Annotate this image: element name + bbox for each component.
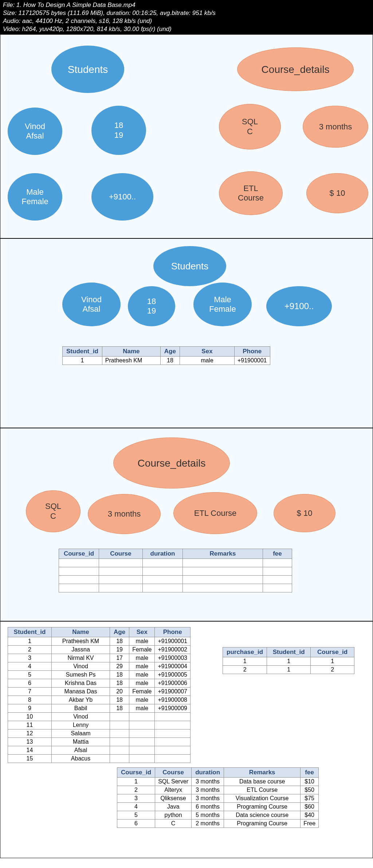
courses-table: Course_idCoursedurationRemarksfee1SQL Se…	[117, 767, 319, 828]
table-row: 10Vinod	[8, 713, 191, 721]
p2-bubble-phone: +9100..	[266, 286, 332, 326]
table-row: 3Qliksense3 monthsVisualization Course$7…	[117, 794, 319, 803]
p3-bubble-etl: ETL Course	[173, 492, 257, 534]
p2-bubble-students: Students	[153, 246, 226, 286]
th-course-id: Course_id	[59, 549, 99, 559]
table-row: 7Manasa Das20Female+91900007	[8, 688, 191, 696]
bubble-names: Vinod Afsal	[8, 108, 62, 155]
table-row: 14Afsal	[8, 746, 191, 755]
table-row: 11Lenny	[8, 721, 191, 729]
table-row: 12Salaam	[8, 729, 191, 738]
students-table-mini: Student_id Name Age Sex Phone 1 Prathees…	[62, 346, 270, 365]
bubble-duration: 3 months	[303, 106, 368, 148]
bubble-etl: ETL Course	[219, 171, 283, 215]
table-row: 13Mattia	[8, 738, 191, 746]
audio-line: Audio: aac, 44100 Hz, 2 channels, s16, 1…	[3, 17, 370, 25]
table-row: 3Nirmal KV17male+91900003	[8, 654, 191, 662]
p3-bubble-course-details: Course_details	[113, 437, 230, 489]
th-age: Age	[160, 347, 180, 357]
th-sex: Sex	[180, 347, 234, 357]
table-row: 212	[223, 666, 354, 674]
table-row: 6Krishna Das18male+91900006	[8, 679, 191, 688]
panel-4: Student_idNameAgeSexPhone1Pratheesh KM18…	[0, 621, 373, 858]
course-table-empty: Course_id Course duration Remarks fee	[59, 549, 292, 592]
th-phone: Phone	[234, 347, 270, 357]
bubble-students: Students	[51, 46, 124, 93]
panel-3: Course_details SQL C 3 months ETL Course…	[0, 428, 373, 621]
th-name: Name	[102, 347, 160, 357]
table-row	[59, 584, 292, 592]
th-fee: fee	[263, 549, 292, 559]
file-header: File: 1. How To Design A Simple Data Bas…	[0, 0, 373, 34]
table-row: 1Pratheesh KM18male+91900001	[8, 637, 191, 646]
table-row	[59, 559, 292, 567]
panel-2: Students Vinod Afsal 18 19 Male Female +…	[0, 238, 373, 428]
bubble-gender: Male Female	[8, 173, 62, 221]
table-row: 15Abacus	[8, 755, 191, 763]
table-row: 4Vinod29male+91900004	[8, 662, 191, 671]
students-table: Student_idNameAgeSexPhone1Pratheesh KM18…	[8, 627, 191, 763]
panel-1: Students Vinod Afsal 18 19 Male Female +…	[0, 34, 373, 238]
bubble-fee: $ 10	[306, 173, 368, 213]
table-row: 4Java6 monthsPrograming Course$60	[117, 803, 319, 811]
table-row: 2Alteryx3 monthsETL Course$50	[117, 786, 319, 794]
size-line: Size: 117120575 bytes (111.69 MiB), dura…	[3, 9, 370, 17]
bubble-sql: SQL C	[219, 104, 281, 149]
table-row: 5python5 monthsData science course$40	[117, 811, 319, 820]
p2-bubble-gender: Male Female	[193, 283, 252, 326]
table-row: 1SQL Server3 monthsData base course$10	[117, 778, 319, 786]
video-line: Video: h264, yuv420p, 1280x720, 814 kb/s…	[3, 25, 370, 33]
bubble-course-details: Course_details	[237, 47, 354, 91]
th-course: Course	[99, 549, 143, 559]
table-row: 1 Pratheesh KM 18 male +91900001	[63, 357, 270, 365]
table-row: 9Babil18male+91900009	[8, 704, 191, 713]
bubble-ages: 18 19	[91, 106, 146, 155]
table-row: 8Akbar Yb18male+91900008	[8, 696, 191, 704]
bubble-phone: +9100..	[91, 173, 153, 221]
p3-bubble-fee: $ 10	[274, 494, 335, 532]
table-row: 6C2 monthsPrograming CourseFree	[117, 820, 319, 828]
table-row	[59, 576, 292, 584]
p3-bubble-duration: 3 months	[88, 494, 161, 534]
purchases-table: purchase_idStudent_idCourse_id111212	[223, 647, 354, 674]
th-student-id: Student_id	[63, 347, 102, 357]
p2-bubble-ages: 18 19	[128, 286, 175, 326]
table-row	[59, 567, 292, 576]
th-remarks: Remarks	[183, 549, 263, 559]
table-row: 2Jassna19Female+91900002	[8, 646, 191, 654]
table-row: 111	[223, 657, 354, 666]
th-duration: duration	[143, 549, 183, 559]
table-row: 5Sumesh Ps18male+91900005	[8, 671, 191, 679]
p2-bubble-names: Vinod Afsal	[62, 283, 121, 326]
file-line: File: 1. How To Design A Simple Data Bas…	[3, 1, 370, 9]
p3-bubble-sql: SQL C	[26, 490, 81, 532]
